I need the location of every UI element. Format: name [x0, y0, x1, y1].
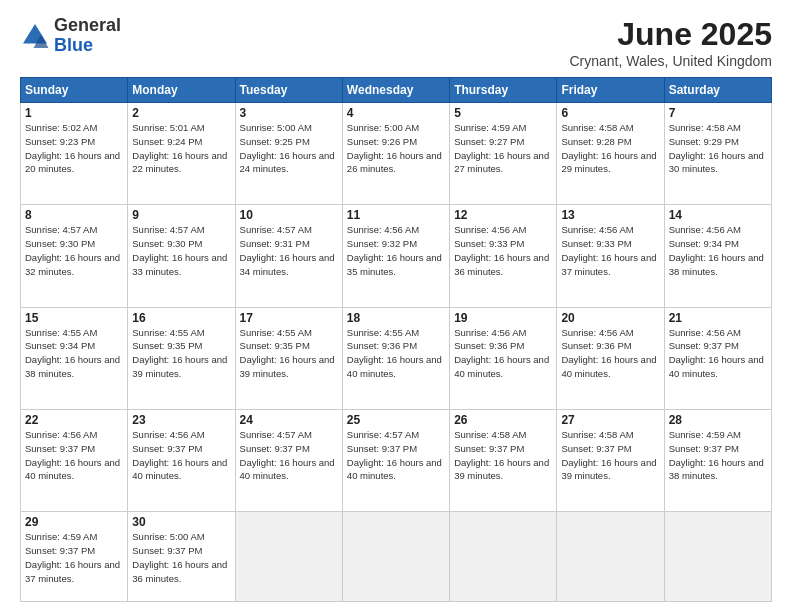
week-4: 22 Sunrise: 4:56 AMSunset: 9:37 PMDaylig… — [21, 410, 772, 512]
empty-cell-3 — [450, 512, 557, 602]
empty-cell-2 — [342, 512, 449, 602]
day-11: 11 Sunrise: 4:56 AMSunset: 9:32 PMDaylig… — [342, 205, 449, 307]
day-21: 21 Sunrise: 4:56 AMSunset: 9:37 PMDaylig… — [664, 307, 771, 409]
day-10: 10 Sunrise: 4:57 AMSunset: 9:31 PMDaylig… — [235, 205, 342, 307]
logo-blue-text: Blue — [54, 36, 121, 56]
week-2: 8 Sunrise: 4:57 AMSunset: 9:30 PMDayligh… — [21, 205, 772, 307]
day-4: 4 Sunrise: 5:00 AMSunset: 9:26 PMDayligh… — [342, 103, 449, 205]
day-13: 13 Sunrise: 4:56 AMSunset: 9:33 PMDaylig… — [557, 205, 664, 307]
header: General Blue June 2025 Crynant, Wales, U… — [20, 16, 772, 69]
day-18: 18 Sunrise: 4:55 AMSunset: 9:36 PMDaylig… — [342, 307, 449, 409]
day-23: 23 Sunrise: 4:56 AMSunset: 9:37 PMDaylig… — [128, 410, 235, 512]
day-8: 8 Sunrise: 4:57 AMSunset: 9:30 PMDayligh… — [21, 205, 128, 307]
col-tuesday: Tuesday — [235, 78, 342, 103]
col-thursday: Thursday — [450, 78, 557, 103]
day-6: 6 Sunrise: 4:58 AMSunset: 9:28 PMDayligh… — [557, 103, 664, 205]
logo-general-text: General — [54, 16, 121, 36]
empty-cell-1 — [235, 512, 342, 602]
day-20: 20 Sunrise: 4:56 AMSunset: 9:36 PMDaylig… — [557, 307, 664, 409]
day-25: 25 Sunrise: 4:57 AMSunset: 9:37 PMDaylig… — [342, 410, 449, 512]
day-22: 22 Sunrise: 4:56 AMSunset: 9:37 PMDaylig… — [21, 410, 128, 512]
day-1: 1 Sunrise: 5:02 AMSunset: 9:23 PMDayligh… — [21, 103, 128, 205]
day-7: 7 Sunrise: 4:58 AMSunset: 9:29 PMDayligh… — [664, 103, 771, 205]
col-sunday: Sunday — [21, 78, 128, 103]
day-2: 2 Sunrise: 5:01 AMSunset: 9:24 PMDayligh… — [128, 103, 235, 205]
col-saturday: Saturday — [664, 78, 771, 103]
empty-cell-5 — [664, 512, 771, 602]
empty-cell-4 — [557, 512, 664, 602]
week-1: 1 Sunrise: 5:02 AMSunset: 9:23 PMDayligh… — [21, 103, 772, 205]
day-16: 16 Sunrise: 4:55 AMSunset: 9:35 PMDaylig… — [128, 307, 235, 409]
month-title: June 2025 — [569, 16, 772, 53]
day-30: 30 Sunrise: 5:00 AMSunset: 9:37 PMDaylig… — [128, 512, 235, 602]
page: General Blue June 2025 Crynant, Wales, U… — [0, 0, 792, 612]
title-block: June 2025 Crynant, Wales, United Kingdom — [569, 16, 772, 69]
calendar-table: Sunday Monday Tuesday Wednesday Thursday… — [20, 77, 772, 602]
day-29: 29 Sunrise: 4:59 AMSunset: 9:37 PMDaylig… — [21, 512, 128, 602]
day-24: 24 Sunrise: 4:57 AMSunset: 9:37 PMDaylig… — [235, 410, 342, 512]
day-26: 26 Sunrise: 4:58 AMSunset: 9:37 PMDaylig… — [450, 410, 557, 512]
col-monday: Monday — [128, 78, 235, 103]
day-19: 19 Sunrise: 4:56 AMSunset: 9:36 PMDaylig… — [450, 307, 557, 409]
week-5: 29 Sunrise: 4:59 AMSunset: 9:37 PMDaylig… — [21, 512, 772, 602]
header-row: Sunday Monday Tuesday Wednesday Thursday… — [21, 78, 772, 103]
logo-icon — [20, 21, 50, 51]
col-wednesday: Wednesday — [342, 78, 449, 103]
day-15: 15 Sunrise: 4:55 AMSunset: 9:34 PMDaylig… — [21, 307, 128, 409]
location: Crynant, Wales, United Kingdom — [569, 53, 772, 69]
day-27: 27 Sunrise: 4:58 AMSunset: 9:37 PMDaylig… — [557, 410, 664, 512]
logo: General Blue — [20, 16, 121, 56]
day-17: 17 Sunrise: 4:55 AMSunset: 9:35 PMDaylig… — [235, 307, 342, 409]
day-28: 28 Sunrise: 4:59 AMSunset: 9:37 PMDaylig… — [664, 410, 771, 512]
day-5: 5 Sunrise: 4:59 AMSunset: 9:27 PMDayligh… — [450, 103, 557, 205]
week-3: 15 Sunrise: 4:55 AMSunset: 9:34 PMDaylig… — [21, 307, 772, 409]
day-3: 3 Sunrise: 5:00 AMSunset: 9:25 PMDayligh… — [235, 103, 342, 205]
day-14: 14 Sunrise: 4:56 AMSunset: 9:34 PMDaylig… — [664, 205, 771, 307]
col-friday: Friday — [557, 78, 664, 103]
day-12: 12 Sunrise: 4:56 AMSunset: 9:33 PMDaylig… — [450, 205, 557, 307]
day-9: 9 Sunrise: 4:57 AMSunset: 9:30 PMDayligh… — [128, 205, 235, 307]
